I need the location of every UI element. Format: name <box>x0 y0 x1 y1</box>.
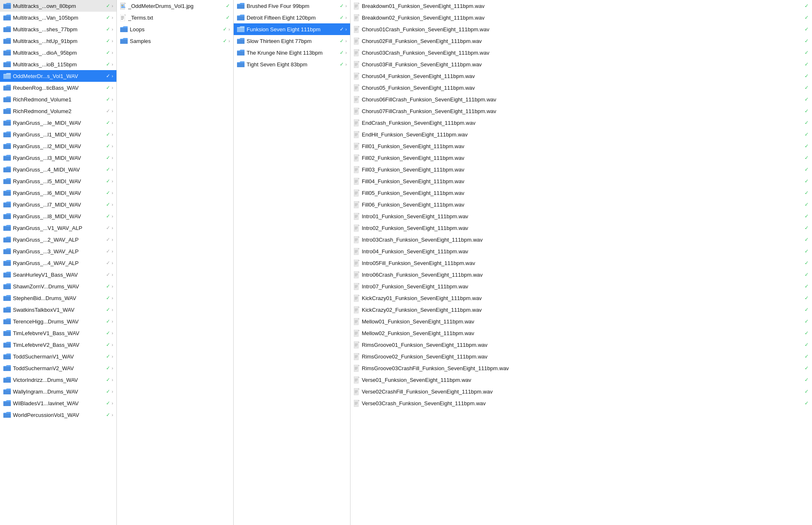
status-icon: ✓ <box>804 400 809 406</box>
list-item[interactable]: WallyIngram...Drums_WAV✓› <box>0 386 116 397</box>
list-item[interactable]: Brushed Five Four 99bpm✓› <box>234 0 350 12</box>
list-item[interactable]: Chorus03Crash_Funksion_SevenEight_111bpm… <box>351 47 812 58</box>
item-label: Multitracks_...Van_105bpm <box>13 15 104 21</box>
status-icon: ✓ <box>340 3 344 9</box>
status-icon: ✓ <box>340 50 344 56</box>
list-item[interactable]: Intro05Fill_Funksion_SevenEight_111bpm.w… <box>351 257 812 269</box>
status-icon: ✓ <box>804 131 809 137</box>
item-label: Intro05Fill_Funksion_SevenEight_111bpm.w… <box>362 260 803 266</box>
audio-file-icon <box>354 84 360 91</box>
list-item[interactable]: RyanGruss_...4_MIDI_WAV✓› <box>0 164 116 175</box>
list-item[interactable]: RyanGruss_...l5_MIDI_WAV✓› <box>0 175 116 187</box>
list-item[interactable]: Chorus03Fill_Funksion_SevenEight_111bpm.… <box>351 58 812 70</box>
audio-file-icon <box>354 189 360 197</box>
list-item[interactable]: Mellow02_Funksion_SevenEight_111bpm.wav✓ <box>351 327 812 339</box>
list-item[interactable]: RyanGruss_...2_WAV_ALP✓› <box>0 234 116 245</box>
list-item[interactable]: Loops✓› <box>117 23 233 35</box>
list-item[interactable]: Chorus02Fill_Funksion_SevenEight_111bpm.… <box>351 35 812 47</box>
list-item[interactable]: Samples✓› <box>117 35 233 47</box>
list-item[interactable]: KickCrazy01_Funksion_SevenEight_111bpm.w… <box>351 292 812 304</box>
status-icon: ✓ <box>804 283 809 289</box>
list-item[interactable]: Multitracks_...own_80bpm✓› <box>0 0 116 12</box>
list-item[interactable]: StephenBid...Drums_WAV✓› <box>0 292 116 304</box>
status-icon: ✓ <box>804 50 809 56</box>
list-item[interactable]: RyanGruss_...l2_MIDI_WAV✓› <box>0 140 116 152</box>
list-item[interactable]: RyanGruss_...l7_MIDI_WAV✓› <box>0 199 116 210</box>
list-item[interactable]: Fill05_Funksion_SevenEight_111bpm.wav✓ <box>351 187 812 199</box>
list-item[interactable]: Intro06Crash_Funksion_SevenEight_111bpm.… <box>351 269 812 280</box>
list-item[interactable]: TimLefebvreV1_Bass_WAV✓› <box>0 327 116 339</box>
list-item[interactable]: Multitracks_...htUp_91bpm✓› <box>0 35 116 47</box>
list-item[interactable]: VictorIndrizz...Drums_WAV✓› <box>0 374 116 386</box>
list-item[interactable]: Mellow01_Funksion_SevenEight_111bpm.wav✓ <box>351 316 812 327</box>
list-item[interactable]: TimLefebvreV2_Bass_WAV✓› <box>0 339 116 351</box>
list-item[interactable]: Multitracks_...ioB_115bpm✓› <box>0 58 116 70</box>
status-icon: ✓ <box>804 389 809 394</box>
list-item[interactable]: Intro01_Funksion_SevenEight_111bpm.wav✓ <box>351 210 812 222</box>
list-item[interactable]: EndHit_Funksion_SevenEight_111bpm.wav✓ <box>351 129 812 140</box>
list-item[interactable]: SwatkinsTalkboxV1_WAV✓› <box>0 304 116 316</box>
list-item[interactable]: RyanGruss_...l3_MIDI_WAV✓› <box>0 152 116 164</box>
list-item[interactable]: RichRedmond_Volume1✓› <box>0 93 116 105</box>
list-item[interactable]: RimsGroove03CrashFill_Funksion_SevenEigh… <box>351 362 812 374</box>
list-item[interactable]: Chorus05_Funksion_SevenEight_111bpm.wav✓ <box>351 82 812 93</box>
list-item[interactable]: ToddSuchermanV2_WAV✓› <box>0 362 116 374</box>
list-item[interactable]: SeanHurleyV1_Bass_WAV✓› <box>0 269 116 280</box>
list-item[interactable]: OddMeterDr...s_Vol1_WAV✓› <box>0 70 116 82</box>
list-item[interactable]: Tight Seven Eight 83bpm✓› <box>234 58 350 70</box>
list-item[interactable]: RyanGruss_...V1_WAV_ALP✓› <box>0 222 116 234</box>
list-item[interactable]: ShawnZornV...Drums_WAV✓› <box>0 280 116 292</box>
list-item[interactable]: _OddMeterDrums_Vol1.jpg✓ <box>117 0 233 12</box>
list-item[interactable]: Slow Thirteen Eight 77bpm✓› <box>234 35 350 47</box>
list-item[interactable]: EndCrash_Funksion_SevenEight_111bpm.wav✓ <box>351 117 812 129</box>
list-item[interactable]: Intro07_Funksion_SevenEight_111bpm.wav✓ <box>351 280 812 292</box>
list-item[interactable]: ReubenRog...ticBass_WAV✓› <box>0 82 116 93</box>
column-3: Brushed Five Four 99bpm✓› Detroit Fiftee… <box>234 0 351 525</box>
list-item[interactable]: Chorus07FillCrash_Funksion_SevenEight_11… <box>351 105 812 117</box>
svg-rect-5 <box>120 14 125 21</box>
list-item[interactable]: Chorus06FillCrash_Funksion_SevenEight_11… <box>351 93 812 105</box>
list-item[interactable]: Fill03_Funksion_SevenEight_111bpm.wav✓ <box>351 164 812 175</box>
folder-icon <box>3 143 11 149</box>
list-item[interactable]: Chorus01Crash_Funksion_SevenEight_111bpm… <box>351 23 812 35</box>
list-item[interactable]: Verse01_Funksion_SevenEight_111bpm.wav✓ <box>351 374 812 386</box>
list-item[interactable]: Verse03Crash_Funksion_SevenEight_111bpm.… <box>351 397 812 409</box>
list-item[interactable]: RimsGroove01_Funksion_SevenEight_111bpm.… <box>351 339 812 351</box>
audio-file-icon <box>354 236 360 243</box>
list-item[interactable]: RyanGruss_...le_MIDI_WAV✓› <box>0 117 116 129</box>
list-item[interactable]: KickCrazy02_Funksion_SevenEight_111bpm.w… <box>351 304 812 316</box>
list-item[interactable]: RichRedmond_Volume2✓› <box>0 105 116 117</box>
list-item[interactable]: TerenceHigg...Drums_WAV✓› <box>0 316 116 327</box>
list-item[interactable]: RyanGruss_...4_WAV_ALP✓› <box>0 257 116 269</box>
list-item[interactable]: RyanGruss_...l1_MIDI_WAV✓› <box>0 129 116 140</box>
list-item[interactable]: Detroit Fifteen Eight 120bpm✓› <box>234 12 350 23</box>
list-item[interactable]: Funksion Seven Eight 111bpm✓› <box>234 23 350 35</box>
item-label: ShawnZornV...Drums_WAV <box>13 283 104 290</box>
list-item[interactable]: Intro02_Funksion_SevenEight_111bpm.wav✓ <box>351 222 812 234</box>
list-item[interactable]: Fill01_Funksion_SevenEight_111bpm.wav✓ <box>351 140 812 152</box>
list-item[interactable]: Intro04_Funksion_SevenEight_111bpm.wav✓ <box>351 245 812 257</box>
list-item[interactable]: Breakdown01_Funksion_SevenEight_111bpm.w… <box>351 0 812 12</box>
chevron-icon: › <box>112 413 113 417</box>
list-item[interactable]: WorldPercussionVol1_WAV✓› <box>0 409 116 421</box>
list-item[interactable]: RimsGroove02_Funksion_SevenEight_111bpm.… <box>351 351 812 362</box>
list-item[interactable]: Fill02_Funksion_SevenEight_111bpm.wav✓ <box>351 152 812 164</box>
list-item[interactable]: Multitracks_...dioA_95bpm✓› <box>0 47 116 58</box>
list-item[interactable]: Chorus04_Funksion_SevenEight_111bpm.wav✓ <box>351 70 812 82</box>
list-item[interactable]: Intro03Crash_Funksion_SevenEight_111bpm.… <box>351 234 812 245</box>
list-item[interactable]: Fill04_Funksion_SevenEight_111bpm.wav✓ <box>351 175 812 187</box>
list-item[interactable]: WilBladesV1...lavinet_WAV✓› <box>0 397 116 409</box>
list-item[interactable]: Fill06_Funksion_SevenEight_111bpm.wav✓ <box>351 199 812 210</box>
list-item[interactable]: Multitracks_...Van_105bpm✓› <box>0 12 116 23</box>
list-item[interactable]: RyanGruss_...l8_MIDI_WAV✓› <box>0 210 116 222</box>
list-item[interactable]: RyanGruss_...l6_MIDI_WAV✓› <box>0 187 116 199</box>
item-label: RyanGruss_...2_WAV_ALP <box>13 237 104 243</box>
audio-file-icon <box>354 178 360 185</box>
list-item[interactable]: Multitracks_...shes_77bpm✓› <box>0 23 116 35</box>
list-item[interactable]: Verse02CrashFill_Funksion_SevenEight_111… <box>351 386 812 397</box>
list-item[interactable]: RyanGruss_...3_WAV_ALP✓› <box>0 245 116 257</box>
list-item[interactable]: Breakdown02_Funksion_SevenEight_111bpm.w… <box>351 12 812 23</box>
list-item[interactable]: ToddSuchermanV1_WAV✓› <box>0 351 116 362</box>
list-item[interactable]: The Krunge Nine Eight 113bpm✓› <box>234 47 350 58</box>
list-item[interactable]: _Terms.txt✓ <box>117 12 233 23</box>
